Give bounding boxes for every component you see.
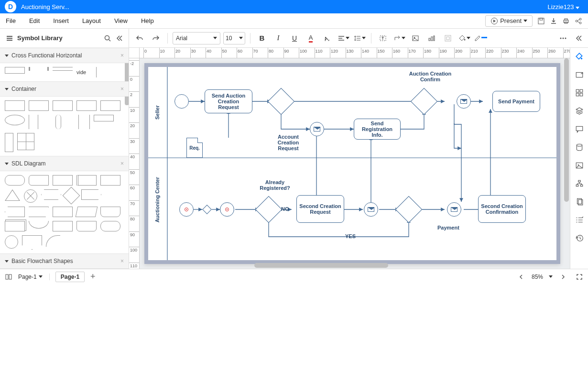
container-button[interactable]	[441, 32, 455, 45]
document-title[interactable]: Auctioning Serv...	[21, 3, 69, 11]
start-event-ac[interactable]	[179, 202, 194, 217]
shape[interactable]	[63, 187, 80, 205]
canvas[interactable]: 0102030405060708090100110120130140150160…	[129, 48, 570, 269]
shape-rect[interactable]	[76, 100, 97, 111]
layers-panel-icon[interactable]	[574, 105, 585, 117]
print-icon[interactable]	[562, 17, 570, 25]
shape-separator[interactable]: vide	[76, 67, 97, 77]
vertical-scrollbar[interactable]	[564, 58, 569, 263]
shape[interactable]	[29, 221, 49, 229]
shape[interactable]	[29, 175, 49, 186]
task-second-creation-conf[interactable]: Second Creation Confirmation	[478, 195, 526, 223]
shape[interactable]	[100, 221, 120, 231]
tree-panel-icon[interactable]	[574, 178, 585, 189]
user-menu[interactable]: Lizzie123	[547, 3, 579, 11]
more-button[interactable]	[556, 32, 570, 45]
menu-help[interactable]: Help	[141, 17, 154, 24]
shape-brackets[interactable]	[29, 115, 38, 129]
msg-event-confirm[interactable]	[457, 94, 471, 109]
zoom-level[interactable]: 85%	[532, 274, 543, 280]
shape-rect[interactable]	[29, 100, 49, 111]
share-icon[interactable]	[575, 17, 582, 25]
shape[interactable]	[5, 221, 25, 231]
save-icon[interactable]	[537, 17, 545, 25]
align-button[interactable]	[337, 32, 350, 45]
menu-view[interactable]: View	[114, 17, 128, 24]
shape[interactable]	[5, 235, 18, 249]
shape[interactable]	[76, 207, 98, 217]
close-icon[interactable]: ×	[120, 52, 124, 59]
line-spacing-button[interactable]	[353, 32, 366, 45]
underline-button[interactable]: U	[288, 32, 301, 45]
menu-edit[interactable]: Edit	[29, 17, 40, 24]
shape-rect[interactable]	[100, 100, 120, 111]
start-event[interactable]	[174, 94, 189, 109]
undo-button[interactable]	[133, 32, 146, 45]
font-select[interactable]: Arial	[173, 32, 220, 44]
font-size-select[interactable]: 10	[223, 32, 245, 44]
shape-grid[interactable]	[17, 133, 34, 150]
shape[interactable]	[100, 207, 120, 217]
text-box-button[interactable]: T	[376, 32, 390, 45]
menu-layout[interactable]: Layout	[82, 17, 101, 24]
shape[interactable]	[76, 221, 97, 231]
shape-bar[interactable]	[94, 115, 114, 121]
shape[interactable]	[76, 175, 97, 186]
comment-panel-icon[interactable]	[574, 123, 585, 135]
shape[interactable]	[53, 221, 73, 231]
shape-col[interactable]	[5, 133, 13, 152]
shape-ellipse[interactable]	[5, 115, 25, 125]
category-basic-flowchart[interactable]: Basic Flowchart Shapes×	[0, 253, 129, 269]
page-tab-1[interactable]: Page-1	[55, 272, 85, 282]
text-rotate-button[interactable]: A	[320, 32, 334, 45]
task-send-auction-request[interactable]: Send Auction Creation Request	[205, 89, 252, 113]
shape-rect[interactable]	[5, 100, 25, 111]
category-cross-functional[interactable]: Cross Functional Horizontal×	[0, 48, 129, 63]
menu-file[interactable]: File	[6, 17, 16, 24]
grid-panel-icon[interactable]	[574, 87, 585, 99]
shape-swimlane-3[interactable]	[53, 67, 73, 71]
shape[interactable]	[41, 189, 61, 200]
shape-brace[interactable]	[78, 115, 82, 129]
close-icon[interactable]: ×	[120, 86, 124, 92]
data-object-req[interactable]: Req.	[186, 138, 203, 158]
expand-right-icon[interactable]	[572, 32, 585, 45]
task-send-reg-info[interactable]: Send Registration Info.	[354, 119, 401, 140]
shape[interactable]	[5, 207, 25, 217]
fullscreen-icon[interactable]	[576, 273, 583, 281]
shape[interactable]	[81, 189, 101, 200]
shape-rect[interactable]	[53, 100, 73, 111]
menu-insert[interactable]: Insert	[53, 17, 69, 24]
pages-icon[interactable]	[5, 273, 12, 281]
task-second-creation-req[interactable]: Second Creation Request	[296, 195, 344, 223]
search-icon[interactable]	[104, 34, 111, 42]
msg-event-account[interactable]	[310, 122, 324, 136]
horizontal-scrollbar[interactable]	[140, 263, 564, 268]
shape-paren[interactable]	[55, 115, 61, 129]
font-color-button[interactable]: A	[304, 32, 317, 45]
collapse-icon[interactable]	[115, 34, 123, 42]
shape[interactable]	[100, 175, 120, 186]
category-sdl[interactable]: SDL Diagram×	[0, 156, 129, 171]
image-panel-icon[interactable]	[574, 160, 585, 171]
diagram-page[interactable]: Seller Auctioning Center Send Auction Cr…	[144, 63, 560, 264]
msg-event-payment[interactable]	[447, 202, 461, 217]
shape[interactable]	[46, 235, 60, 247]
shape-brace[interactable]	[86, 115, 90, 129]
shape[interactable]	[53, 207, 73, 217]
redo-button[interactable]	[149, 32, 163, 45]
image-button[interactable]	[409, 32, 422, 45]
italic-button[interactable]: I	[272, 32, 285, 45]
line-color-button[interactable]	[474, 32, 487, 45]
zoom-dropdown[interactable]	[549, 275, 553, 278]
shape[interactable]	[5, 175, 25, 186]
list-panel-icon[interactable]	[574, 214, 585, 226]
connector-button[interactable]	[392, 32, 406, 45]
history-panel-icon[interactable]	[574, 232, 585, 244]
shape-swimlane-2[interactable]	[29, 67, 49, 71]
task-send-payment[interactable]: Send Payment	[492, 91, 540, 112]
page-dropdown[interactable]: Page-1	[18, 274, 50, 280]
shape[interactable]	[22, 235, 42, 250]
present-button[interactable]: Present	[485, 15, 533, 27]
fill-panel-icon[interactable]	[574, 51, 585, 62]
